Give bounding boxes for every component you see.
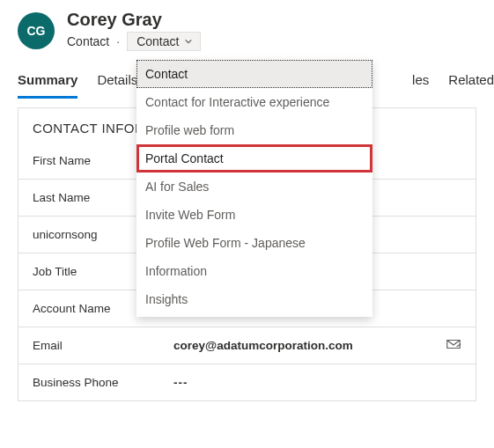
send-email-button[interactable]	[446, 336, 461, 355]
chevron-down-icon	[184, 37, 193, 46]
dropdown-item-profile-web-form-jp[interactable]: Profile Web Form - Japanese	[136, 229, 372, 257]
field-label: Email	[33, 339, 173, 352]
field-row-email: Email corey@adatumcorporation.com	[18, 327, 476, 364]
entity-type-label: Contact	[67, 34, 109, 48]
dropdown-item-portal-contact[interactable]: Portal Contact	[136, 144, 372, 173]
dropdown-item-ai-for-sales[interactable]: AI for Sales	[136, 173, 372, 201]
tab-obscured-tail[interactable]: les	[412, 67, 429, 99]
tab-summary[interactable]: Summary	[18, 67, 77, 99]
dropdown-item-insights[interactable]: Insights	[136, 285, 372, 313]
dropdown-item-contact-interactive[interactable]: Contact for Interactive experience	[136, 88, 372, 116]
form-view-picker-label: Contact	[136, 34, 179, 48]
email-value: corey@adatumcorporation.com	[173, 339, 353, 352]
email-input[interactable]: corey@adatumcorporation.com	[173, 336, 461, 355]
field-row-business-phone: Business Phone ---	[18, 364, 476, 401]
tab-related[interactable]: Related	[448, 67, 494, 99]
page-title: Corey Gray	[67, 9, 201, 30]
avatar: CG	[18, 12, 55, 49]
business-phone-input[interactable]: ---	[173, 376, 461, 389]
form-view-picker[interactable]: Contact	[127, 32, 201, 51]
record-header: CG Corey Gray Contact · Contact	[18, 9, 494, 51]
form-view-dropdown[interactable]: Contact Contact for Interactive experien…	[136, 60, 372, 317]
business-phone-value: ---	[173, 376, 188, 389]
tab-details-partial[interactable]: Details	[97, 67, 137, 99]
send-mail-icon	[446, 336, 461, 352]
dropdown-item-profile-web-form[interactable]: Profile web form	[136, 116, 372, 144]
dropdown-item-invite-web-form[interactable]: Invite Web Form	[136, 201, 372, 229]
field-label: Business Phone	[33, 376, 173, 389]
separator-dot: ·	[116, 34, 120, 48]
dropdown-item-information[interactable]: Information	[136, 257, 372, 285]
dropdown-item-contact[interactable]: Contact	[136, 60, 372, 88]
